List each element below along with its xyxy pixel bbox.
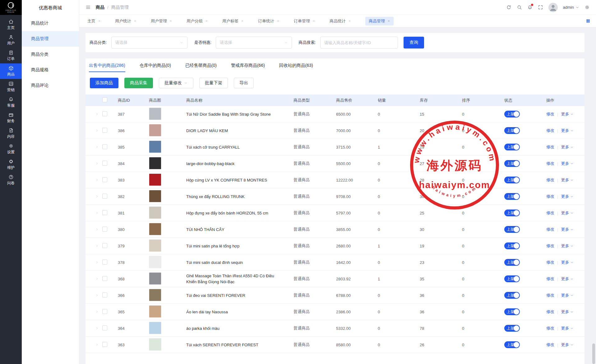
product-search-input[interactable] — [320, 37, 398, 48]
window-tab-1[interactable]: 用户统计 — [115, 18, 136, 24]
status-toggle[interactable]: 上架 — [504, 341, 520, 348]
edit-link[interactable]: 修改 — [546, 210, 554, 216]
edit-link[interactable]: 修改 — [546, 260, 554, 265]
edit-link[interactable]: 修改 — [546, 194, 554, 199]
collapse-menu-icon[interactable] — [85, 5, 91, 10]
product-thumbnail[interactable] — [149, 124, 161, 136]
status-toggle[interactable]: 上架 — [504, 259, 520, 266]
status-toggle[interactable]: 上架 — [504, 193, 520, 200]
more-link[interactable]: 更多 — [561, 111, 574, 117]
add-product-button[interactable]: 添加商品 — [90, 78, 118, 88]
row-checkbox[interactable] — [102, 144, 107, 149]
product-tab-2[interactable]: 已经售罄商品(0) — [185, 63, 217, 72]
close-icon[interactable] — [134, 20, 136, 22]
product-thumbnail[interactable] — [149, 322, 161, 334]
expand-row-icon[interactable] — [92, 310, 102, 314]
edit-link[interactable]: 修改 — [546, 325, 554, 331]
rail-item-maintain[interactable]: 维护 — [0, 157, 22, 172]
close-icon[interactable] — [205, 20, 208, 22]
more-link[interactable]: 更多 — [561, 293, 574, 298]
product-thumbnail[interactable] — [149, 256, 161, 268]
refresh-icon[interactable] — [506, 5, 511, 10]
product-thumbnail[interactable] — [149, 338, 161, 351]
window-tab-3[interactable]: 用户分组 — [187, 18, 208, 24]
status-toggle[interactable]: 上架 — [504, 308, 520, 315]
row-checkbox[interactable] — [102, 342, 107, 347]
notification-bell-icon[interactable] — [527, 5, 533, 10]
row-checkbox[interactable] — [102, 111, 107, 116]
row-checkbox[interactable] — [102, 309, 107, 314]
scrollbar-track[interactable] — [591, 27, 596, 364]
expand-row-icon[interactable] — [92, 228, 102, 231]
close-icon[interactable] — [348, 20, 351, 22]
close-icon[interactable] — [312, 20, 315, 22]
submenu-item-3[interactable]: 商品规格 — [22, 62, 79, 78]
rail-item-service[interactable]: 客服 — [0, 94, 22, 110]
status-toggle[interactable]: 上架 — [504, 242, 520, 249]
edit-link[interactable]: 修改 — [546, 128, 554, 133]
edit-link[interactable]: 修改 — [546, 276, 554, 282]
rail-item-home[interactable]: 主页 — [0, 17, 22, 32]
avatar[interactable] — [548, 3, 558, 12]
more-link[interactable]: 更多 — [561, 243, 574, 249]
rail-item-content[interactable]: 内容 — [0, 126, 22, 141]
expand-row-icon[interactable] — [92, 178, 102, 182]
product-thumbnail[interactable] — [149, 305, 161, 318]
row-checkbox[interactable] — [102, 293, 107, 297]
more-link[interactable]: 更多 — [561, 276, 574, 282]
status-toggle[interactable]: 上架 — [504, 292, 520, 299]
row-checkbox[interactable] — [102, 325, 107, 330]
product-thumbnail[interactable] — [149, 141, 161, 153]
expand-row-icon[interactable] — [92, 112, 102, 116]
expand-row-icon[interactable] — [92, 244, 102, 248]
row-checkbox[interactable] — [102, 227, 107, 232]
edit-link[interactable]: 修改 — [546, 293, 554, 298]
user-menu[interactable]: admin — [563, 5, 579, 10]
edit-link[interactable]: 修改 — [546, 243, 554, 249]
more-link[interactable]: 更多 — [561, 309, 574, 315]
more-link[interactable]: 更多 — [561, 260, 574, 265]
expand-row-icon[interactable] — [92, 211, 102, 215]
rail-item-user[interactable]: 用户 — [0, 32, 22, 48]
status-toggle[interactable]: 上架 — [504, 325, 520, 332]
product-thumbnail[interactable] — [149, 108, 161, 120]
close-icon[interactable] — [387, 20, 390, 22]
status-toggle[interactable]: 上架 — [504, 160, 520, 167]
collect-product-button[interactable]: 商品采集 — [124, 78, 153, 88]
edit-link[interactable]: 修改 — [546, 309, 554, 315]
product-thumbnail[interactable] — [149, 206, 161, 219]
edit-link[interactable]: 修改 — [546, 227, 554, 232]
search-button[interactable]: 查询 — [404, 37, 424, 48]
app-logo[interactable]: AMERICANDREAM — [0, 0, 22, 15]
expand-row-icon[interactable] — [92, 326, 102, 330]
row-checkbox[interactable] — [102, 260, 107, 265]
row-checkbox[interactable] — [102, 194, 107, 199]
more-link[interactable]: 更多 — [561, 144, 574, 150]
expand-row-icon[interactable] — [92, 277, 102, 281]
search-icon[interactable] — [517, 5, 522, 10]
status-toggle[interactable]: 上架 — [504, 127, 520, 134]
edit-link[interactable]: 修改 — [546, 111, 554, 117]
rail-item-marketing[interactable]: 营销 — [0, 79, 22, 94]
expand-row-icon[interactable] — [92, 293, 102, 297]
product-thumbnail[interactable] — [149, 190, 161, 202]
fullscreen-icon[interactable] — [538, 5, 543, 10]
special-select[interactable]: 请选择 — [216, 37, 292, 48]
status-toggle[interactable]: 上架 — [504, 275, 520, 282]
more-link[interactable]: 更多 — [561, 177, 574, 183]
edit-link[interactable]: 修改 — [546, 342, 554, 348]
edit-link[interactable]: 修改 — [546, 177, 554, 183]
status-toggle[interactable]: 上架 — [504, 111, 520, 117]
row-checkbox[interactable] — [102, 128, 107, 133]
expand-row-icon[interactable] — [92, 195, 102, 198]
close-icon[interactable] — [98, 20, 101, 22]
category-select[interactable]: 请选择 — [111, 37, 187, 48]
product-thumbnail[interactable] — [149, 289, 161, 301]
select-all-checkbox[interactable] — [102, 97, 107, 102]
product-thumbnail[interactable] — [149, 239, 161, 252]
batch-edit-button[interactable]: 批量修改 — [159, 78, 193, 88]
product-tab-4[interactable]: 回收站的商品(63) — [279, 63, 313, 72]
window-tab-4[interactable]: 用户标签 — [222, 18, 244, 24]
expand-row-icon[interactable] — [92, 129, 102, 132]
tab-grid-icon[interactable] — [586, 19, 590, 23]
